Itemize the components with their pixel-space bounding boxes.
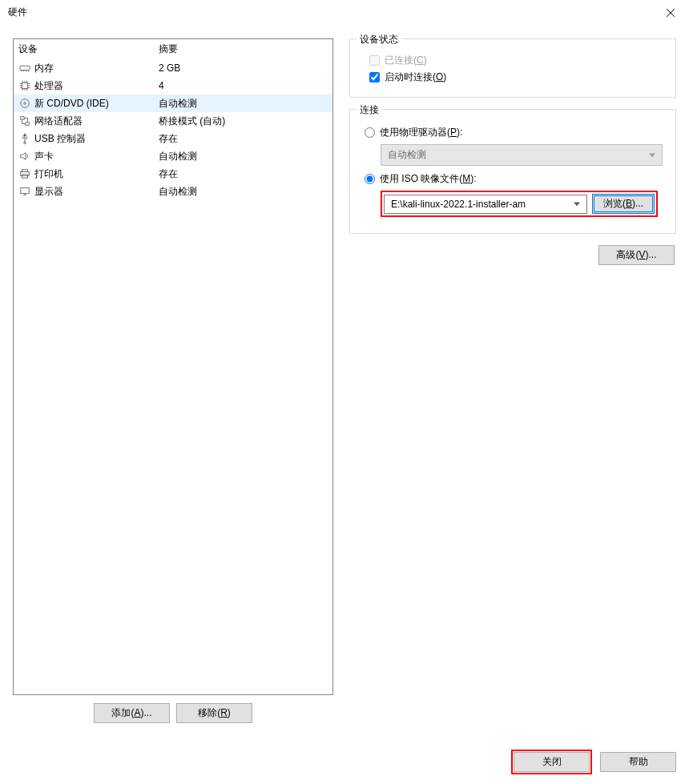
physical-drive-radio-row[interactable]: 使用物理驱动器(P): <box>365 126 666 139</box>
device-row[interactable]: 内存2 GB <box>14 59 332 77</box>
device-name: 声卡 <box>34 150 159 163</box>
svg-point-21 <box>24 103 26 105</box>
col-header-device: 设备 <box>18 42 159 56</box>
close-icon <box>667 9 675 17</box>
network-icon <box>18 115 31 127</box>
device-row[interactable]: 处理器4 <box>14 77 332 94</box>
remove-button[interactable]: 移除(R) <box>176 703 252 723</box>
device-row[interactable]: 打印机存在 <box>14 165 332 183</box>
startup-connect-checkbox[interactable] <box>369 72 380 82</box>
svg-point-20 <box>21 99 30 108</box>
device-name: 新 CD/DVD (IDE) <box>34 97 159 111</box>
col-header-summary: 摘要 <box>159 42 328 56</box>
physical-drive-combo: 自动检测 <box>381 144 663 166</box>
help-button[interactable]: 帮助 <box>600 752 676 772</box>
usb-icon <box>18 132 31 145</box>
device-name: 打印机 <box>34 167 159 181</box>
device-status-title: 设备状态 <box>357 33 401 46</box>
connected-checkbox <box>369 55 380 66</box>
device-list-header: 设备 摘要 <box>14 39 332 59</box>
disc-icon <box>18 97 31 110</box>
cpu-icon <box>18 79 31 92</box>
display-icon <box>18 185 31 198</box>
svg-rect-2 <box>20 66 30 70</box>
physical-drive-radio[interactable] <box>365 127 375 138</box>
device-name: 网络适配器 <box>34 115 159 128</box>
close-button-highlight: 关闭 <box>511 750 592 774</box>
device-row[interactable]: 网络适配器桥接模式 (自动) <box>14 112 332 130</box>
window-close-button[interactable] <box>652 0 689 26</box>
svg-marker-31 <box>21 153 26 160</box>
memory-icon <box>18 62 31 74</box>
device-row[interactable]: USB 控制器存在 <box>14 130 332 147</box>
close-button[interactable]: 关闭 <box>514 752 590 772</box>
add-button[interactable]: 添加(A)... <box>94 703 170 723</box>
iso-highlight-box: E:\kali-linux-2022.1-installer-am 浏览(B).… <box>381 191 658 217</box>
device-summary: 存在 <box>159 132 328 146</box>
startup-connect-checkbox-row[interactable]: 启动时连接(O) <box>369 70 666 84</box>
window-title: 硬件 <box>8 6 652 19</box>
device-summary: 2 GB <box>159 62 328 74</box>
device-summary: 自动检测 <box>159 97 328 111</box>
connected-checkbox-row: 已连接(C) <box>369 54 666 67</box>
svg-rect-23 <box>26 123 29 126</box>
svg-marker-30 <box>23 134 26 136</box>
device-summary: 自动检测 <box>159 185 328 199</box>
connection-group: 连接 使用物理驱动器(P): 自动检测 使用 ISO 映像文件(M): E:\k… <box>349 109 676 234</box>
device-summary: 桥接模式 (自动) <box>159 115 328 128</box>
device-name: 处理器 <box>34 79 159 93</box>
device-summary: 自动检测 <box>159 150 328 163</box>
device-name: 显示器 <box>34 185 159 199</box>
svg-rect-35 <box>21 188 30 194</box>
device-summary: 4 <box>159 80 328 91</box>
svg-rect-7 <box>22 83 28 89</box>
iso-radio[interactable] <box>365 174 375 184</box>
device-summary: 存在 <box>159 167 328 181</box>
device-list[interactable]: 设备 摘要 内存2 GB处理器4新 CD/DVD (IDE)自动检测网络适配器桥… <box>13 38 333 695</box>
device-status-group: 设备状态 已连接(C) 启动时连接(O) <box>349 38 676 98</box>
svg-rect-22 <box>21 117 24 120</box>
titlebar: 硬件 <box>0 0 689 26</box>
browse-button[interactable]: 浏览(B)... <box>592 194 655 214</box>
device-name: 内存 <box>34 62 159 75</box>
device-row[interactable]: 显示器自动检测 <box>14 183 332 200</box>
device-row[interactable]: 新 CD/DVD (IDE)自动检测 <box>14 94 332 112</box>
printer-icon <box>18 167 31 180</box>
advanced-button[interactable]: 高级(V)... <box>598 245 675 265</box>
iso-radio-row[interactable]: 使用 ISO 映像文件(M): <box>365 172 666 186</box>
iso-path-combo[interactable]: E:\kali-linux-2022.1-installer-am <box>384 195 587 214</box>
device-name: USB 控制器 <box>34 132 159 146</box>
sound-icon <box>18 150 31 163</box>
connection-title: 连接 <box>357 103 382 117</box>
device-row[interactable]: 声卡自动检测 <box>14 147 332 165</box>
